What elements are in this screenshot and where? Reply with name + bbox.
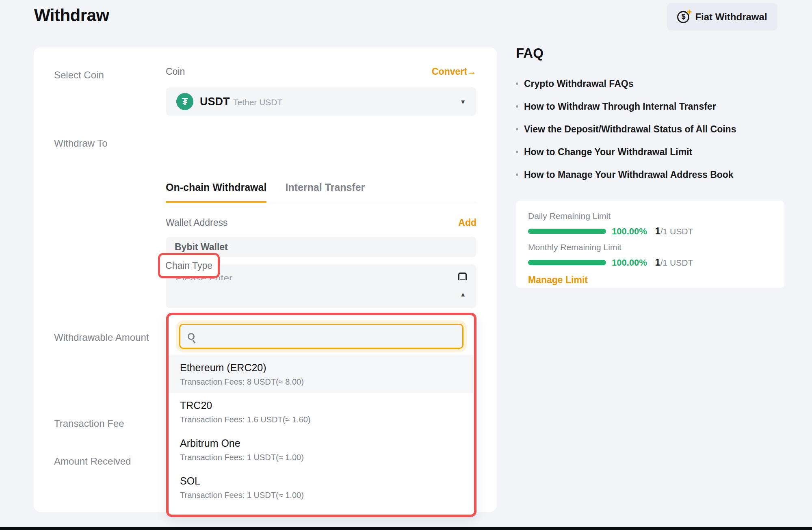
chain-option-fee: Transaction Fees: 1.6 USDT(≈ 1.60) [180, 415, 463, 424]
chain-option-ethereum-erc20[interactable]: Ethereum (ERC20) Transaction Fees: 8 USD… [169, 355, 474, 393]
coin-symbol: USDT [200, 95, 230, 108]
withdrawable-amount-label: Withdrawable Amount [54, 332, 149, 343]
add-address-link[interactable]: Add [458, 217, 476, 228]
coin-label: Coin [166, 66, 185, 77]
page-title: Withdraw [34, 6, 109, 25]
chain-type-select[interactable]: ▲ [166, 280, 476, 308]
faq-list: Crypto Withdrawal FAQs How to Withdraw T… [516, 78, 785, 180]
chain-option-fee: Transaction Fees: 1 USDT(≈ 1.00) [180, 453, 463, 462]
chain-option-fee: Transaction Fees: 1 USDT(≈ 1.00) [180, 491, 463, 500]
search-icon [188, 333, 195, 340]
monthly-limit-label: Monthly Remaining Limit [528, 242, 772, 252]
manage-limit-link[interactable]: Manage Limit [528, 275, 772, 286]
chain-option-arbitrum-one[interactable]: Arbitrum One Transaction Fees: 1 USDT(≈ … [169, 431, 474, 469]
chain-dropdown-panel: Ethereum (ERC20) Transaction Fees: 8 USD… [166, 313, 476, 517]
convert-link[interactable]: Convert→ [432, 66, 476, 77]
chain-option-fee: Transaction Fees: 8 USDT(≈ 8.00) [180, 377, 463, 387]
faq-link-label: Crypto Withdrawal FAQs [524, 78, 633, 89]
faq-title: FAQ [516, 45, 785, 61]
chevron-down-icon: ▼ [460, 98, 466, 105]
chain-option-sol[interactable]: SOL Transaction Fees: 1 USDT(≈ 1.00) [169, 469, 474, 506]
amount-received-label: Amount Received [54, 456, 131, 467]
faq-link-label: View the Deposit/Withdrawal Status of Al… [524, 123, 736, 135]
chain-type-label: Chain Type [165, 260, 212, 271]
tab-internal-transfer[interactable]: Internal Transfer [285, 182, 365, 202]
faq-link-crypto-withdrawal-faqs[interactable]: Crypto Withdrawal FAQs [516, 78, 785, 89]
withdraw-tabs: On-chain Withdrawal Internal Transfer [166, 182, 476, 202]
monthly-limit-percent: 100.00% [612, 257, 647, 268]
chain-option-name: TRC20 [180, 400, 463, 411]
daily-limit-progress-bar [528, 229, 606, 234]
fiat-withdrawal-label: Fiat Withdrawal [695, 11, 767, 23]
chain-option-bsc-bep20[interactable]: BSC (BEP20) [169, 506, 474, 517]
withdraw-page: Withdraw $ Fiat Withdrawal Select Coin W… [0, 0, 812, 530]
wallet-address-label: Wallet Address [166, 217, 228, 228]
faq-link-change-withdrawal-limit[interactable]: How to Change Your Withdrawal Limit [516, 146, 785, 158]
chain-option-name: Ethereum (ERC20) [180, 362, 463, 374]
chain-search-input[interactable] [199, 331, 455, 342]
bottom-edge-bar [0, 527, 812, 530]
bullet-dot-icon [516, 173, 518, 176]
chain-option-name: SOL [180, 475, 463, 487]
daily-limit-total: /1 USDT [660, 227, 693, 236]
faq-link-label: How to Change Your Withdrawal Limit [524, 146, 692, 158]
chain-option-trc20[interactable]: TRC20 Transaction Fees: 1.6 USDT(≈ 1.60) [169, 393, 474, 431]
bullet-dot-icon [516, 82, 518, 85]
select-coin-label: Select Coin [54, 69, 104, 81]
faq-link-deposit-withdrawal-status[interactable]: View the Deposit/Withdrawal Status of Al… [516, 123, 785, 135]
daily-limit-row: 100.00% 1/1 USDT [528, 226, 772, 237]
daily-limit-label: Daily Remaining Limit [528, 211, 772, 221]
monthly-limit-used: 1 [655, 257, 660, 268]
chain-search-field [179, 324, 463, 349]
bullet-dot-icon [516, 151, 518, 153]
wallet-address-header: Wallet Address Add [166, 217, 476, 228]
coin-field-header: Coin Convert→ [166, 66, 476, 77]
tether-coin-icon: ₮ [176, 93, 193, 110]
fiat-coin-icon: $ [677, 11, 689, 23]
coin-full-name: Tether USDT [233, 97, 282, 107]
withdraw-to-label: Withdraw To [54, 138, 108, 149]
faq-link-manage-address-book[interactable]: How to Manage Your Withdrawal Address Bo… [516, 169, 785, 180]
monthly-limit-total: /1 USDT [660, 258, 693, 267]
convert-label: Convert [432, 66, 467, 77]
bullet-dot-icon [516, 128, 518, 130]
chain-option-name: BSC (BEP20) [180, 513, 463, 517]
faq-section: FAQ Crypto Withdrawal FAQs How to Withdr… [516, 45, 785, 192]
withdrawal-limits-card: Daily Remaining Limit 100.00% 1/1 USDT M… [516, 201, 784, 288]
transaction-fee-label: Transaction Fee [54, 418, 124, 429]
daily-limit-percent: 100.00% [612, 226, 647, 237]
annotation-box-chain-type: Chain Type [158, 253, 220, 278]
tab-onchain-withdrawal[interactable]: On-chain Withdrawal [166, 182, 266, 203]
convert-arrow-icon: → [467, 66, 476, 77]
monthly-limit-progress-bar [528, 260, 606, 265]
chevron-up-icon: ▲ [460, 291, 466, 298]
faq-link-label: How to Manage Your Withdrawal Address Bo… [524, 169, 734, 180]
faq-link-internal-transfer[interactable]: How to Withdraw Through Internal Transfe… [516, 101, 785, 112]
coin-select[interactable]: ₮ USDT Tether USDT ▼ [166, 87, 476, 116]
daily-limit-used: 1 [655, 226, 660, 236]
chain-option-name: Arbitrum One [180, 437, 463, 449]
faq-link-label: How to Withdraw Through Internal Transfe… [524, 101, 716, 112]
monthly-limit-row: 100.00% 1/1 USDT [528, 257, 772, 268]
fiat-withdrawal-button[interactable]: $ Fiat Withdrawal [667, 3, 777, 30]
bullet-dot-icon [516, 105, 518, 108]
